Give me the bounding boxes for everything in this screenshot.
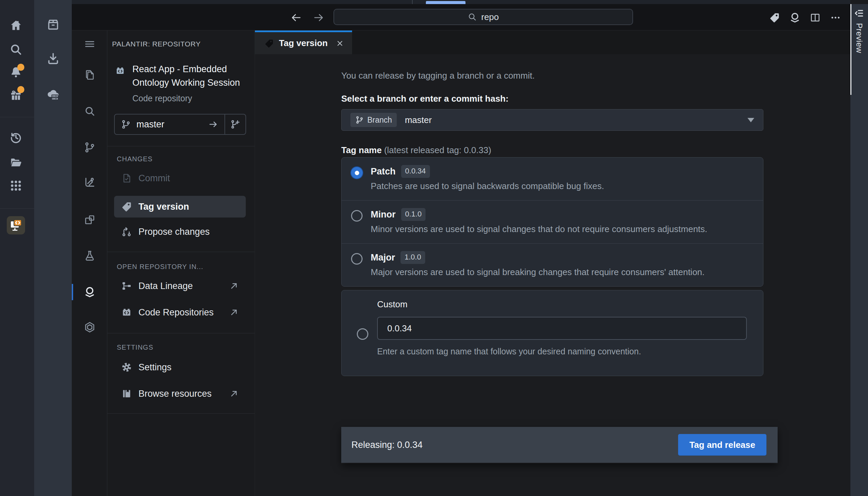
- editor-tab-bar: Tag version: [255, 31, 850, 54]
- branch-select-dropdown[interactable]: Branch master: [341, 109, 763, 131]
- external-link-icon: [229, 281, 239, 291]
- search-icon[interactable]: [84, 105, 96, 117]
- ontology-icon[interactable]: [789, 12, 801, 24]
- tag-and-release-button[interactable]: Tag and release: [678, 434, 767, 456]
- branch-prompt-label: Select a branch or enter a commit hash:: [341, 93, 509, 104]
- preview-rail: Preview: [850, 4, 868, 496]
- sidebar-item-settings[interactable]: Settings: [107, 356, 255, 378]
- open-in-section-label: OPEN REPOSITORY IN...: [117, 263, 204, 271]
- blocks-icon[interactable]: [84, 214, 96, 226]
- search-input[interactable]: repo: [334, 9, 633, 25]
- sidebar-item-tag-version[interactable]: Tag version: [114, 196, 246, 217]
- settings-section-label: SETTINGS: [117, 343, 154, 351]
- book-icon: [121, 388, 132, 399]
- sidebar-item-label: Commit: [139, 173, 170, 184]
- version-badge: 0.0.34: [401, 165, 430, 178]
- custom-label: Custom: [377, 299, 407, 310]
- tag-icon[interactable]: [769, 12, 781, 24]
- search-icon: [467, 12, 477, 22]
- search-icon[interactable]: [10, 43, 22, 56]
- utility-rail: [34, 0, 72, 496]
- tag-name-label: Tag name: [341, 145, 382, 155]
- flask-icon[interactable]: [84, 250, 96, 262]
- tag-version-panel: You can release by tagging a branch or a…: [255, 54, 850, 496]
- sidebar-item-data-lineage[interactable]: Data Lineage: [107, 275, 255, 297]
- radio-major[interactable]: [351, 253, 363, 265]
- top-strip-divider: [412, 0, 413, 4]
- download-icon[interactable]: [46, 51, 60, 66]
- option-description: Major versions are used to signal breaki…: [371, 267, 705, 278]
- panel-title: PALANTIR: REPOSITORY: [112, 40, 201, 48]
- panel-divider: [107, 413, 255, 414]
- sidebar-item-label: Browse resources: [139, 389, 212, 399]
- panel-divider: [107, 252, 255, 252]
- code-repo-icon: [115, 66, 125, 76]
- window-top-strip: [72, 0, 850, 4]
- archive-box-icon[interactable]: [46, 18, 60, 32]
- open-preview-icon: [854, 8, 864, 18]
- back-arrow-icon[interactable]: [290, 12, 302, 24]
- code-repo-icon: [121, 307, 132, 318]
- ontology-icon[interactable]: [84, 286, 96, 298]
- code-repositories-app-tile[interactable]: [7, 216, 25, 234]
- custom-tag-input[interactable]: [377, 317, 747, 340]
- preview-tab[interactable]: Preview: [850, 4, 868, 53]
- sidebar-item-commit: Commit: [107, 167, 255, 189]
- folder-icon[interactable]: [10, 156, 22, 169]
- cloud-servers-icon[interactable]: [46, 88, 60, 102]
- sidebar-item-label: Code Repositories: [139, 307, 214, 318]
- close-icon[interactable]: [336, 39, 344, 47]
- branch-type-chip: Branch: [350, 113, 397, 127]
- option-patch[interactable]: Patch 0.0.34 Patches are used to signal …: [341, 157, 763, 200]
- sidebar-item-code-repositories[interactable]: Code Repositories: [107, 301, 255, 323]
- top-strip-blue-indicator: [426, 1, 465, 4]
- tab-tag-version[interactable]: Tag version: [255, 31, 352, 54]
- notification-badge: [17, 64, 25, 71]
- commit-document-icon: [121, 173, 132, 184]
- branch-control: master: [114, 114, 246, 135]
- bell-icon[interactable]: [10, 66, 22, 79]
- chevron-down-icon: [748, 118, 754, 122]
- version-options-card: Patch 0.0.34 Patches are used to signal …: [341, 157, 763, 286]
- preview-resize-handle[interactable]: [850, 4, 851, 95]
- radio-patch[interactable]: [351, 167, 363, 179]
- more-icon[interactable]: [830, 12, 841, 24]
- activity-bar: [72, 31, 107, 496]
- apps-grid-icon[interactable]: [10, 179, 22, 192]
- history-icon[interactable]: [10, 131, 22, 144]
- sidebar-item-propose-changes[interactable]: Propose changes: [107, 221, 255, 243]
- split-view-icon[interactable]: [809, 12, 821, 24]
- tag-name-heading: Tag name (latest released tag: 0.0.33): [341, 145, 491, 155]
- platform-rail: [0, 0, 34, 496]
- option-major[interactable]: Major 1.0.0 Major versions are used to s…: [341, 243, 763, 286]
- deploy-icon[interactable]: [84, 176, 96, 189]
- forward-arrow-icon[interactable]: [313, 12, 324, 24]
- home-icon[interactable]: [10, 19, 22, 32]
- search-value: repo: [481, 12, 499, 22]
- current-branch-name: master: [136, 119, 203, 130]
- external-link-icon: [229, 307, 239, 317]
- radio-custom[interactable]: [357, 328, 368, 340]
- menu-icon[interactable]: [84, 38, 96, 50]
- release-intro-text: You can release by tagging a branch or a…: [341, 71, 534, 81]
- gift-icon[interactable]: [10, 89, 22, 102]
- create-branch-button[interactable]: [224, 114, 245, 134]
- option-name: Patch: [371, 166, 396, 177]
- repository-side-panel: PALANTIR: REPOSITORY React App - Embedde…: [107, 31, 255, 496]
- option-description: Patches are used to signal backwards com…: [371, 181, 604, 191]
- files-copy-icon[interactable]: [84, 69, 96, 81]
- sidebar-item-browse-resources[interactable]: Browse resources: [107, 383, 255, 404]
- branch-selector[interactable]: master: [115, 114, 224, 134]
- selected-branch-value: master: [405, 115, 748, 125]
- radio-minor[interactable]: [351, 210, 363, 221]
- hexagon-icon[interactable]: [84, 321, 96, 334]
- new-feature-badge: [17, 86, 25, 93]
- tag-icon: [121, 201, 132, 212]
- changes-section-label: CHANGES: [117, 155, 153, 163]
- go-to-branch-arrow-icon: [208, 119, 218, 129]
- option-minor[interactable]: Minor 0.1.0 Minor versions are used to s…: [341, 200, 763, 243]
- sidebar-item-label: Settings: [139, 362, 172, 373]
- git-branch-icon[interactable]: [84, 141, 96, 154]
- releasing-version-text: Releasing: 0.0.34: [351, 440, 422, 450]
- release-footer-bar: Releasing: 0.0.34 Tag and release: [341, 427, 777, 463]
